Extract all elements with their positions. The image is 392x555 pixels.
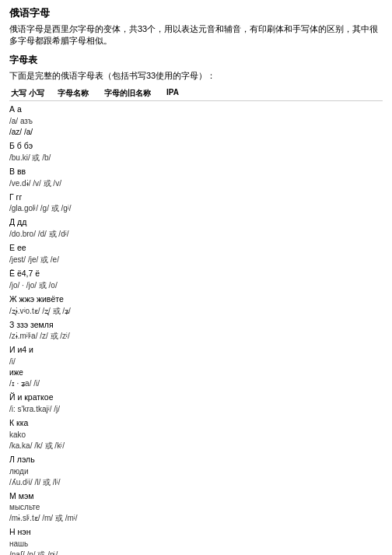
alphabet-table: А а /а/ азъ /az/ /a/ Б б бэ /bu.ki/ 或 /b… (9, 103, 383, 555)
list-item: Ж жжэ живёте /ʐɨ.vʲo.tɛ/ /ʐ/ 或 /ʑ/ (9, 293, 383, 317)
list-item: И и4 и /i/ иже /ɪ · ʑa/ /i/ (9, 343, 383, 389)
page-title: 俄语字母 (9, 6, 383, 20)
page-description: 俄语字母是西里尔字母的变体，共33个，用以表达元音和辅音，有印刷体和手写体的区别… (9, 23, 383, 47)
section-subtitle: 下面是完整的俄语字母表（包括书写33使用的字母）： (9, 70, 383, 82)
list-item: З ззэ земля /zɨ.mʲlʲa/ /z/ 或 /zʲ/ (9, 318, 383, 342)
list-item: Б б бэ /bu.ki/ 或 /b/ (9, 139, 383, 163)
list-item: М мэм мысльте /mɨ.slʲ.tɛ/ /m/ 或 /mʲ/ (9, 490, 383, 525)
list-item: В вв /ve.dɨ/ /v/ 或 /v/ (9, 165, 383, 189)
list-item: Е ее /jest/ /je/ 或 /e/ (9, 241, 383, 265)
col-old-name: 字母的旧名称 (103, 88, 165, 99)
list-item: Л лэль люди /ʎu.dʲi/ /l/ 或 /lʲ/ (9, 453, 383, 488)
list-item: Г гг /gla.golʲ/ /g/ 或 /gʲ/ (9, 191, 383, 215)
list-item: Ё ё4,7 ё /jo/ · /jo/ 或 /o/ (9, 267, 383, 291)
col-ipa: IPA (165, 88, 336, 99)
list-item: А а /а/ азъ /az/ /a/ (9, 103, 383, 138)
table-header-row: 大写 小写 字母名称 字母的旧名称 IPA (9, 88, 383, 101)
col-letters: 大写 小写 (9, 88, 56, 99)
list-item: Н нэн нашь /naʃ/ /n/ 或 /nʲ/ (9, 525, 383, 555)
list-item: К кка kako /ka.ka/ /k/ 或 /kʲ/ (9, 416, 383, 451)
list-item: Д дд /do.bro/ /d/ 或 /dʲ/ (9, 216, 383, 240)
section-title: 字母表 (9, 54, 383, 67)
list-item: Й и краткое /i: s'kra.tkajʲ/ /j/ (9, 391, 383, 415)
col-name: 字母名称 (56, 88, 103, 99)
